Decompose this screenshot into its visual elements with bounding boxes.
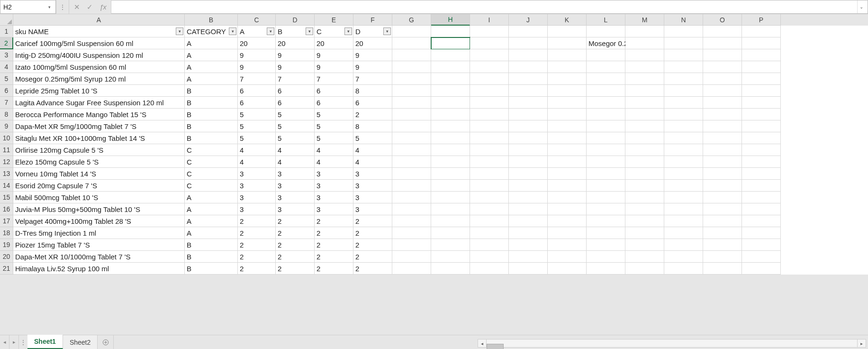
- cell-F14[interactable]: 3: [353, 180, 392, 192]
- cell-F3[interactable]: 9: [353, 49, 392, 61]
- cell-P7[interactable]: [742, 97, 781, 109]
- cell-I12[interactable]: [470, 156, 509, 168]
- row-header-20[interactable]: 20: [0, 251, 13, 263]
- cell-K20[interactable]: [548, 251, 587, 263]
- cell-C5[interactable]: 7: [238, 73, 276, 85]
- cell-L12[interactable]: [587, 156, 625, 168]
- cell-E15[interactable]: 3: [315, 192, 353, 203]
- cell-D1[interactable]: B▾: [276, 26, 315, 37]
- cell-E3[interactable]: 9: [315, 49, 353, 61]
- cell-K11[interactable]: [548, 144, 587, 156]
- column-header-M[interactable]: M: [625, 14, 664, 26]
- cell-P10[interactable]: [742, 132, 781, 144]
- cell-M15[interactable]: [625, 192, 664, 203]
- cell-A6[interactable]: Lepride 25mg Tablet 10 'S: [13, 85, 185, 97]
- cell-A18[interactable]: D-Tres 5mg Injection 1 ml: [13, 227, 185, 239]
- confirm-input-icon[interactable]: ✓: [87, 3, 93, 11]
- cell-K1[interactable]: [548, 26, 587, 37]
- filter-dropdown-icon[interactable]: ▾: [383, 28, 391, 35]
- cell-C16[interactable]: 3: [238, 203, 276, 215]
- row-header-3[interactable]: 3: [0, 49, 13, 61]
- cell-A19[interactable]: Piozer 15mg Tablet 7 'S: [13, 239, 185, 251]
- cell-A14[interactable]: Esorid 20mg Capsule 7 'S: [13, 180, 185, 192]
- cell-C10[interactable]: 5: [238, 132, 276, 144]
- cell-J8[interactable]: [509, 109, 548, 120]
- column-header-O[interactable]: O: [703, 14, 742, 26]
- cell-G13[interactable]: [392, 168, 431, 180]
- cell-J15[interactable]: [509, 192, 548, 203]
- row-header-10[interactable]: 10: [0, 132, 13, 144]
- cell-K2[interactable]: [548, 37, 587, 49]
- cell-K21[interactable]: [548, 263, 587, 275]
- cell-O20[interactable]: [703, 251, 742, 263]
- filter-dropdown-icon[interactable]: ▾: [306, 28, 313, 35]
- cell-J1[interactable]: [509, 26, 548, 37]
- cell-M18[interactable]: [625, 227, 664, 239]
- cell-H1[interactable]: [431, 26, 470, 37]
- cell-B20[interactable]: B: [185, 251, 238, 263]
- cell-J17[interactable]: [509, 215, 548, 227]
- column-header-C[interactable]: C: [238, 14, 276, 26]
- column-header-N[interactable]: N: [664, 14, 703, 26]
- cell-L17[interactable]: [587, 215, 625, 227]
- cell-B7[interactable]: B: [185, 97, 238, 109]
- cell-A10[interactable]: Sitaglu Met XR 100+1000mg Tablet 14 'S: [13, 132, 185, 144]
- row-header-19[interactable]: 19: [0, 239, 13, 251]
- cell-L10[interactable]: [587, 132, 625, 144]
- cell-P12[interactable]: [742, 156, 781, 168]
- cell-I15[interactable]: [470, 192, 509, 203]
- cell-E19[interactable]: 2: [315, 239, 353, 251]
- cell-L9[interactable]: [587, 120, 625, 132]
- sheet-tab-sheet2[interactable]: Sheet2: [63, 335, 98, 349]
- cell-F21[interactable]: 2: [353, 263, 392, 275]
- cell-P20[interactable]: [742, 251, 781, 263]
- cell-K9[interactable]: [548, 120, 587, 132]
- cell-F4[interactable]: 9: [353, 61, 392, 73]
- cell-D2[interactable]: 20: [276, 37, 315, 49]
- cell-H2[interactable]: [431, 37, 470, 49]
- cell-O10[interactable]: [703, 132, 742, 144]
- cell-A15[interactable]: Mabil 500mcg Tablet 10 'S: [13, 192, 185, 203]
- name-box[interactable]: H2 ▾: [0, 0, 56, 14]
- cell-I18[interactable]: [470, 227, 509, 239]
- cell-M19[interactable]: [625, 239, 664, 251]
- cell-F9[interactable]: 8: [353, 120, 392, 132]
- cell-J20[interactable]: [509, 251, 548, 263]
- cell-L5[interactable]: [587, 73, 625, 85]
- cell-I19[interactable]: [470, 239, 509, 251]
- cell-N13[interactable]: [664, 168, 703, 180]
- cell-B9[interactable]: B: [185, 120, 238, 132]
- cell-O15[interactable]: [703, 192, 742, 203]
- cell-M17[interactable]: [625, 215, 664, 227]
- cell-K15[interactable]: [548, 192, 587, 203]
- cell-D16[interactable]: 3: [276, 203, 315, 215]
- cell-P11[interactable]: [742, 144, 781, 156]
- cell-F20[interactable]: 2: [353, 251, 392, 263]
- fx-icon[interactable]: ƒx: [99, 3, 106, 11]
- cell-F17[interactable]: 2: [353, 215, 392, 227]
- cell-E16[interactable]: 3: [315, 203, 353, 215]
- cell-O9[interactable]: [703, 120, 742, 132]
- cell-B16[interactable]: A: [185, 203, 238, 215]
- cell-A16[interactable]: Juvia-M Plus 50mg+500mg Tablet 10 'S: [13, 203, 185, 215]
- cell-B2[interactable]: A: [185, 37, 238, 49]
- cell-E12[interactable]: 4: [315, 156, 353, 168]
- cell-D14[interactable]: 3: [276, 180, 315, 192]
- cell-M12[interactable]: [625, 156, 664, 168]
- cell-E4[interactable]: 9: [315, 61, 353, 73]
- cell-P13[interactable]: [742, 168, 781, 180]
- cell-K3[interactable]: [548, 49, 587, 61]
- cell-P9[interactable]: [742, 120, 781, 132]
- cell-I7[interactable]: [470, 97, 509, 109]
- cell-I16[interactable]: [470, 203, 509, 215]
- column-header-J[interactable]: J: [509, 14, 548, 26]
- cell-M13[interactable]: [625, 168, 664, 180]
- cell-H12[interactable]: [431, 156, 470, 168]
- cell-F12[interactable]: 4: [353, 156, 392, 168]
- cell-J11[interactable]: [509, 144, 548, 156]
- cell-I6[interactable]: [470, 85, 509, 97]
- horizontal-scrollbar[interactable]: ◂ ▸: [478, 339, 866, 348]
- cell-G20[interactable]: [392, 251, 431, 263]
- cell-L21[interactable]: [587, 263, 625, 275]
- column-header-I[interactable]: I: [470, 14, 509, 26]
